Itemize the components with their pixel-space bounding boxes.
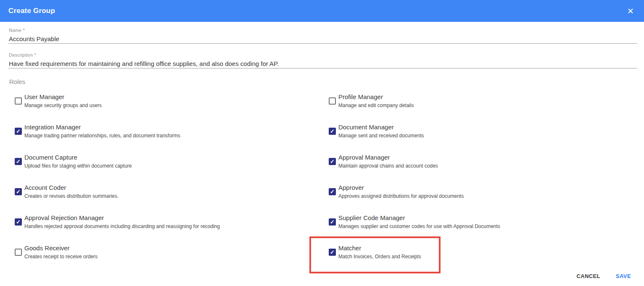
role-text-supplier-code-manager: Supplier Code ManagerManages supplier an…	[338, 214, 500, 229]
role-title: Document Capture	[24, 154, 132, 161]
role-text-approval-manager: Approval ManagerMaintain approval chains…	[338, 154, 438, 169]
role-item-document-manager: ✓Document ManagerManage sent and receive…	[329, 123, 424, 139]
name-input[interactable]: Accounts Payable	[9, 35, 59, 42]
role-description: Approves assigned distributions for appr…	[338, 194, 464, 199]
cancel-button[interactable]: CANCEL	[576, 273, 600, 279]
name-input-underline	[8, 43, 637, 44]
roles-section-label: Roles	[9, 78, 25, 85]
role-title: Goods Receiver	[24, 244, 98, 252]
role-description: Manages supplier and customer codes for …	[338, 224, 500, 229]
role-item-account-coder: ✓Account CoderCreates or revises distrib…	[15, 184, 119, 199]
role-description: Manage and edit company details	[338, 103, 414, 108]
dialog-title: Create Group	[8, 7, 55, 15]
role-item-approval-rejection-manager: ✓Approval Rejection ManagerHandles rejec…	[15, 214, 220, 229]
close-icon[interactable]: ✕	[626, 6, 635, 16]
role-item-matcher: ✓MatcherMatch Invoices, Orders and Recei…	[329, 244, 421, 260]
role-description: Creates receipt to receive orders	[24, 254, 98, 260]
role-text-document-capture: Document CaptureUpload files for staging…	[24, 154, 132, 169]
checkmark-icon: ✓	[16, 189, 21, 194]
role-description: Manage security groups and users	[24, 103, 102, 108]
role-text-user-manager: User ManagerManage security groups and u…	[24, 93, 102, 108]
dialog-header: Create Group ✕	[0, 0, 644, 22]
checkmark-icon: ✓	[330, 189, 335, 194]
role-title: Integration Manager	[24, 123, 180, 131]
role-description: Upload files for staging within document…	[24, 163, 132, 169]
role-description: Maintain approval chains and account cod…	[338, 163, 438, 169]
role-text-goods-receiver: Goods ReceiverCreates receipt to receive…	[24, 244, 98, 260]
role-title: Approval Manager	[338, 154, 438, 161]
role-text-matcher: MatcherMatch Invoices, Orders and Receip…	[338, 244, 421, 260]
checkbox-user-manager[interactable]	[15, 97, 22, 105]
checkbox-goods-receiver[interactable]	[15, 249, 22, 256]
role-description: Manage trading partner relationships, ru…	[24, 133, 180, 139]
checkmark-icon: ✓	[330, 129, 335, 134]
role-text-account-coder: Account CoderCreates or revises distribu…	[24, 184, 119, 199]
checkmark-icon: ✓	[16, 159, 21, 164]
role-item-integration-manager: ✓Integration ManagerManage trading partn…	[15, 123, 180, 139]
role-text-document-manager: Document ManagerManage sent and received…	[338, 123, 424, 139]
checkmark-icon: ✓	[330, 159, 335, 164]
role-item-goods-receiver: Goods ReceiverCreates receipt to receive…	[15, 244, 98, 260]
role-item-document-capture: ✓Document CaptureUpload files for stagin…	[15, 154, 132, 169]
role-item-approver: ✓ApproverApproves assigned distributions…	[329, 184, 464, 199]
checkbox-approver[interactable]: ✓	[329, 188, 336, 195]
role-description: Handles rejected approval documents incl…	[24, 224, 220, 229]
role-text-approver: ApproverApproves assigned distributions …	[338, 184, 464, 199]
role-item-supplier-code-manager: ✓Supplier Code ManagerManages supplier a…	[329, 214, 500, 229]
checkbox-document-capture[interactable]: ✓	[15, 158, 22, 165]
role-title: Matcher	[338, 244, 421, 252]
role-title: Approval Rejection Manager	[24, 214, 220, 221]
checkbox-approval-manager[interactable]: ✓	[329, 158, 336, 165]
checkbox-document-manager[interactable]: ✓	[329, 128, 336, 135]
role-title: User Manager	[24, 93, 102, 100]
role-text-integration-manager: Integration ManagerManage trading partne…	[24, 123, 180, 139]
role-item-user-manager: User ManagerManage security groups and u…	[15, 93, 102, 108]
role-title: Document Manager	[338, 123, 424, 131]
role-title: Approver	[338, 184, 464, 191]
checkmark-icon: ✓	[16, 219, 21, 225]
checkbox-profile-manager[interactable]	[329, 97, 336, 105]
checkbox-matcher[interactable]: ✓	[329, 249, 336, 256]
checkmark-icon: ✓	[330, 249, 335, 255]
role-title: Account Coder	[24, 184, 119, 191]
role-description: Match Invoices, Orders and Receipts	[338, 254, 421, 260]
description-field-label: Description *	[9, 52, 36, 58]
checkbox-supplier-code-manager[interactable]: ✓	[329, 218, 336, 226]
role-item-approval-manager: ✓Approval ManagerMaintain approval chain…	[329, 154, 438, 169]
name-field-label: Name *	[9, 28, 25, 33]
checkmark-icon: ✓	[330, 219, 335, 225]
save-button[interactable]: SAVE	[616, 273, 631, 279]
checkbox-integration-manager[interactable]: ✓	[15, 128, 22, 135]
dialog-footer: CANCEL SAVE	[576, 273, 631, 279]
role-description: Creates or revises distribution summarie…	[24, 194, 119, 199]
role-title: Supplier Code Manager	[338, 214, 500, 221]
description-input[interactable]: Have fixed requirements for maintaining …	[9, 60, 279, 67]
checkmark-icon: ✓	[16, 129, 21, 134]
checkbox-approval-rejection-manager[interactable]: ✓	[15, 218, 22, 226]
role-title: Profile Manager	[338, 93, 414, 100]
checkbox-account-coder[interactable]: ✓	[15, 188, 22, 195]
description-input-underline	[8, 68, 637, 68]
role-description: Manage sent and received documents	[338, 133, 424, 139]
role-text-approval-rejection-manager: Approval Rejection ManagerHandles reject…	[24, 214, 220, 229]
role-text-profile-manager: Profile ManagerManage and edit company d…	[338, 93, 414, 108]
role-item-profile-manager: Profile ManagerManage and edit company d…	[329, 93, 414, 108]
